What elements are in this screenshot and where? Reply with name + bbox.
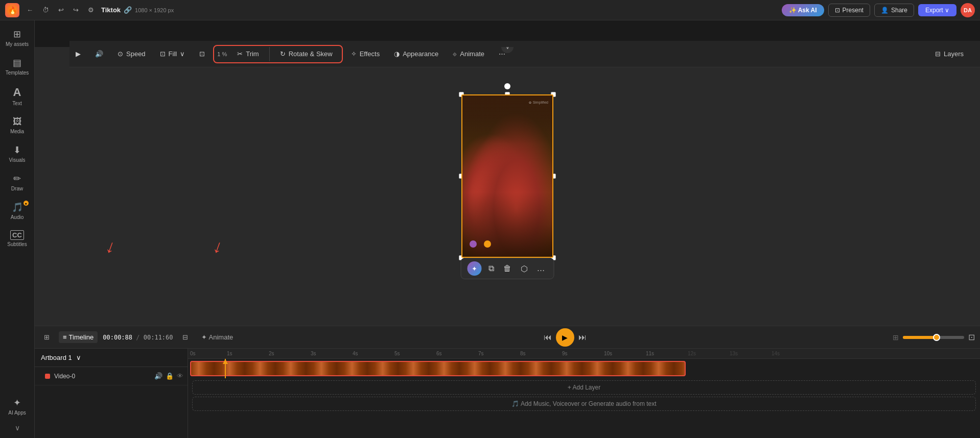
ruler-mark-12s: 12s xyxy=(688,351,730,356)
ask-ai-button[interactable]: ✨ Ask AI xyxy=(782,4,824,16)
animate-button[interactable]: ⟐ Animate xyxy=(447,47,491,61)
toolbar-right: ⊟ Layers xyxy=(929,47,970,61)
top-bar: 🔥 ← ⏱ ↩ ↪ ⚙ Tiktok 🔗 1080 × 1920 px ✨ As… xyxy=(0,0,980,20)
ctx-delete-button[interactable]: 🗑 xyxy=(501,262,514,275)
sidebar-item-subtitles[interactable]: CC Subtitles xyxy=(2,226,33,251)
trim-icon: ✂ xyxy=(237,50,243,58)
appearance-icon: ◑ xyxy=(394,50,400,58)
trim-button[interactable]: ✂ Trim xyxy=(231,47,265,61)
canvas-area[interactable]: ↓ ↓ xyxy=(35,47,980,326)
rewind-button[interactable]: ⏮ xyxy=(544,333,552,342)
ruler-mark-7s: 7s xyxy=(478,351,520,356)
percent-label: 1 % xyxy=(217,51,227,57)
sidebar-item-label: Text xyxy=(12,101,21,106)
subtitles-icon: CC xyxy=(10,230,24,240)
present-icon: ⊡ xyxy=(835,7,840,14)
timeline-grid-button[interactable]: ⊞ xyxy=(40,331,54,343)
add-layer-button[interactable]: + Add Layer xyxy=(192,380,976,395)
layer-lock-icon[interactable]: 🔒 xyxy=(166,372,174,380)
rotate-handle[interactable] xyxy=(504,83,510,89)
video-track[interactable] xyxy=(190,361,686,376)
redo-button[interactable]: ↪ xyxy=(70,4,82,16)
timeline-layers-panel: Artboard 1 ∨ Video-0 🔊 🔒 👁 xyxy=(35,349,188,438)
crop-button[interactable]: ⊡ xyxy=(193,47,211,61)
undo-button[interactable]: ↩ xyxy=(55,4,67,16)
artboard-selector[interactable]: Artboard 1 ∨ xyxy=(35,349,188,367)
audio-icon: 🎵 xyxy=(12,202,23,213)
rotate-icon: ↻ xyxy=(280,50,286,58)
zoom-slider-thumb[interactable] xyxy=(933,334,940,341)
timeline-tab[interactable]: ≡ Timeline xyxy=(59,331,98,343)
volume-icon: 🔊 xyxy=(95,50,103,58)
expand-sidebar[interactable]: ∨ xyxy=(2,422,33,434)
timeline-tracks[interactable]: 0s 1s 2s 3s 4s 5s 6s 7s 8s 9s 10s 11s xyxy=(188,349,980,438)
animate-icon: ⟐ xyxy=(453,50,457,58)
fast-forward-button[interactable]: ⏭ xyxy=(578,333,587,342)
animate-tab[interactable]: ✦ Animate xyxy=(197,331,238,343)
visuals-icon: ⬇ xyxy=(13,144,21,156)
fullscreen-button[interactable]: ⊡ xyxy=(968,332,975,342)
layers-toggle-button[interactable]: ⊟ Layers xyxy=(929,47,970,61)
ctx-ai-button[interactable]: ✦ xyxy=(468,261,482,276)
video-track-area[interactable] xyxy=(188,359,980,378)
playhead[interactable] xyxy=(225,359,226,378)
share-button[interactable]: 👤 Share xyxy=(874,4,914,17)
left-sidebar: ⊞ My assets ▤ Templates A Text 🖼 Media ⬇… xyxy=(0,20,35,438)
context-toolbar: ✦ ⧉ 🗑 ⬡ … xyxy=(461,258,554,279)
sidebar-item-draw[interactable]: ✏ Draw xyxy=(2,169,33,196)
video-frame[interactable]: ⊙ Simplified xyxy=(461,94,553,258)
volume-button[interactable]: 🔊 xyxy=(89,47,109,61)
share-label: Share xyxy=(891,7,907,14)
ai-apps-icon: ✦ xyxy=(13,397,21,408)
ruler-mark-5s: 5s xyxy=(394,351,436,356)
ctx-more-button[interactable]: … xyxy=(534,262,548,275)
sidebar-item-media[interactable]: 🖼 Media xyxy=(2,112,33,138)
ctx-duplicate-button[interactable]: ⬡ xyxy=(518,262,530,275)
video-watermark: ⊙ Simplified xyxy=(529,101,548,104)
play-pause-button[interactable]: ▶ xyxy=(556,328,574,347)
ctx-copy-button[interactable]: ⧉ xyxy=(486,262,497,275)
sidebar-item-visuals[interactable]: ⬇ Visuals xyxy=(2,140,33,167)
layer-visibility-icon[interactable]: 👁 xyxy=(177,372,183,380)
sidebar-item-my-assets[interactable]: ⊞ My assets xyxy=(2,25,33,51)
speed-icon: ⊙ xyxy=(118,50,123,58)
history-button[interactable]: ⏱ xyxy=(39,4,52,16)
effects-button[interactable]: ✧ Effects xyxy=(345,47,386,61)
zoom-slider-track[interactable] xyxy=(903,336,964,339)
speed-button[interactable]: ⊙ Speed xyxy=(111,47,152,61)
layer-audio-icon[interactable]: 🔊 xyxy=(154,372,162,380)
sidebar-item-ai-apps[interactable]: ✦ AI Apps xyxy=(2,393,33,420)
trim-label: Trim xyxy=(246,50,259,58)
document-size: 1080 × 1920 px xyxy=(135,7,174,13)
video-overlay xyxy=(462,95,552,257)
present-button[interactable]: ⊡ Present xyxy=(828,4,870,17)
watermark-text: Simplified xyxy=(533,101,548,104)
fill-button[interactable]: ⊡ Fill ∨ xyxy=(154,47,192,61)
settings-button[interactable]: ⚙ xyxy=(85,4,97,16)
video-content: ⊙ Simplified xyxy=(461,94,553,258)
export-button[interactable]: Export ∨ xyxy=(918,4,956,16)
sidebar-item-audio[interactable]: ● 🎵 Audio xyxy=(2,198,33,224)
sidebar-item-text[interactable]: A Text xyxy=(2,82,33,110)
draw-icon: ✏ xyxy=(13,173,21,184)
rotate-skew-button[interactable]: ↻ Rotate & Skew xyxy=(274,47,339,61)
animate-tab-label: Animate xyxy=(209,333,234,341)
present-label: Present xyxy=(843,7,864,14)
time-separator: / xyxy=(136,334,139,341)
appearance-button[interactable]: ◑ Appearance xyxy=(388,47,445,61)
layers-label: Layers xyxy=(944,50,964,58)
back-button[interactable]: ← xyxy=(24,4,36,16)
layer-controls: 🔊 🔒 👁 xyxy=(154,372,183,380)
appearance-label: Appearance xyxy=(403,50,438,58)
play-button[interactable]: ▶ xyxy=(69,47,87,61)
ruler-mark-1s: 1s xyxy=(227,351,269,356)
timeline-zoom: ⊞ ⊡ xyxy=(893,332,975,342)
add-music-button[interactable]: 🎵 Add Music, Voiceover or Generate audio… xyxy=(192,397,976,411)
split-view-button[interactable]: ⊟ xyxy=(178,331,192,343)
arrow-indicator-2: ↓ xyxy=(210,235,226,258)
color-dot-purple xyxy=(470,240,477,248)
fill-arrow-icon: ∨ xyxy=(180,50,185,58)
top-bar-right: ✨ Ask AI ⊡ Present 👤 Share Export ∨ DA xyxy=(782,3,975,17)
media-icon: 🖼 xyxy=(13,116,22,127)
sidebar-item-templates[interactable]: ▤ Templates xyxy=(2,53,33,80)
